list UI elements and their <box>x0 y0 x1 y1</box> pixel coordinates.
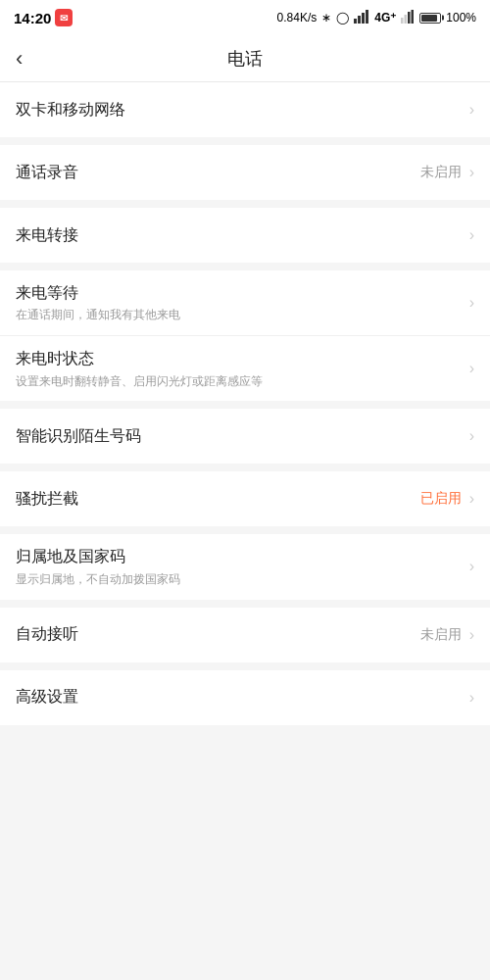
list-item-title-1-0: 通话录音 <box>16 162 420 183</box>
list-group-5: 骚扰拦截已启用› <box>0 471 490 526</box>
chevron-icon-3-1: › <box>469 360 474 377</box>
list-item-title-4-0: 智能识别陌生号码 <box>16 425 466 447</box>
svg-rect-6 <box>408 12 411 24</box>
back-button[interactable]: ‹ <box>16 48 23 70</box>
svg-rect-4 <box>401 18 404 24</box>
list-item-subtitle-3-0: 在通话期间，通知我有其他来电 <box>16 307 466 323</box>
list-item-title-7-0: 自动接听 <box>16 623 420 645</box>
signal2-icon <box>401 10 415 26</box>
list-item-left-5-0: 骚扰拦截 <box>16 476 420 521</box>
list-item-title-3-0: 来电等待 <box>16 282 466 304</box>
bluetooth-icon: ∗ <box>321 11 331 24</box>
list-item-title-5-0: 骚扰拦截 <box>16 488 420 510</box>
list-item-subtitle-6-0: 显示归属地，不自动加拨国家码 <box>16 571 466 588</box>
list-item-title-2-0: 来电转接 <box>16 224 466 246</box>
list-item-right-2-0: › <box>466 226 474 244</box>
chevron-icon-5-0: › <box>469 490 474 508</box>
list-item-left-4-0: 智能识别陌生号码 <box>16 414 466 459</box>
settings-list: 双卡和移动网络›通话录音未启用›来电转接›来电等待在通话期间，通知我有其他来电›… <box>0 82 490 725</box>
list-item-6-0[interactable]: 归属地及国家码显示归属地，不自动加拨国家码› <box>0 534 490 599</box>
list-item-4-0[interactable]: 智能识别陌生号码› <box>0 409 490 464</box>
chevron-icon-1-0: › <box>469 164 474 181</box>
list-group-1: 通话录音未启用› <box>0 145 490 200</box>
list-item-title-6-0: 归属地及国家码 <box>16 546 466 567</box>
list-item-2-0[interactable]: 来电转接› <box>0 208 490 263</box>
list-item-right-4-0: › <box>466 427 474 445</box>
list-group-3: 来电等待在通话期间，通知我有其他来电›来电时状态设置来电时翻转静音、启用闪光灯或… <box>0 270 490 401</box>
notification-icon: ✉ <box>55 9 73 26</box>
list-item-right-7-0: 未启用› <box>420 626 474 644</box>
list-item-0-0[interactable]: 双卡和移动网络› <box>0 82 490 137</box>
list-group-0: 双卡和移动网络› <box>0 82 490 137</box>
list-item-right-8-0: › <box>466 689 474 707</box>
list-group-6: 归属地及国家码显示归属地，不自动加拨国家码› <box>0 534 490 599</box>
list-item-left-7-0: 自动接听 <box>16 612 420 657</box>
network-type: 4G⁺ <box>374 11 396 24</box>
list-item-7-0[interactable]: 自动接听未启用› <box>0 608 490 662</box>
list-item-left-0-0: 双卡和移动网络 <box>16 87 466 132</box>
network-speed: 0.84K/s <box>277 11 318 24</box>
svg-rect-0 <box>354 19 357 24</box>
chevron-icon-4-0: › <box>469 427 474 445</box>
svg-rect-3 <box>366 10 368 24</box>
list-item-right-6-0: › <box>466 558 474 575</box>
battery-percent: 100% <box>446 11 476 24</box>
list-group-7: 自动接听未启用› <box>0 608 490 662</box>
list-item-right-3-1: › <box>466 360 474 377</box>
page-title: 电话 <box>227 47 263 71</box>
status-bar: 14:20 ✉ 0.84K/s ∗ ◯ 4G⁺ <box>0 0 490 35</box>
svg-rect-7 <box>412 10 415 24</box>
status-time: 14:20 <box>14 10 51 26</box>
list-item-status-1-0: 未启用 <box>420 164 462 181</box>
chevron-icon-0-0: › <box>469 101 474 119</box>
list-item-1-0[interactable]: 通话录音未启用› <box>0 145 490 200</box>
svg-rect-5 <box>405 15 408 24</box>
list-item-right-0-0: › <box>466 101 474 119</box>
list-item-left-3-0: 来电等待在通话期间，通知我有其他来电 <box>16 270 466 335</box>
list-item-left-6-0: 归属地及国家码显示归属地，不自动加拨国家码 <box>16 534 466 599</box>
status-right: 0.84K/s ∗ ◯ 4G⁺ 100% <box>277 10 476 26</box>
list-item-status-5-0: 已启用 <box>420 490 462 508</box>
svg-rect-1 <box>358 16 361 24</box>
chevron-icon-6-0: › <box>469 558 474 575</box>
signal-icon <box>354 10 369 26</box>
chevron-icon-3-0: › <box>469 294 474 312</box>
svg-rect-2 <box>362 13 365 24</box>
chevron-icon-7-0: › <box>469 626 474 644</box>
list-item-status-7-0: 未启用 <box>420 626 462 644</box>
header: ‹ 电话 <box>0 35 490 82</box>
status-left: 14:20 ✉ <box>14 9 73 26</box>
list-item-left-8-0: 高级设置 <box>16 674 466 719</box>
alarm-icon: ◯ <box>336 11 349 24</box>
list-item-3-0[interactable]: 来电等待在通话期间，通知我有其他来电› <box>0 270 490 336</box>
list-item-title-0-0: 双卡和移动网络 <box>16 99 466 121</box>
list-item-right-3-0: › <box>466 294 474 312</box>
battery-indicator <box>419 13 441 24</box>
list-item-5-0[interactable]: 骚扰拦截已启用› <box>0 471 490 526</box>
chevron-icon-8-0: › <box>469 689 474 707</box>
list-item-right-1-0: 未启用› <box>420 164 474 181</box>
list-group-4: 智能识别陌生号码› <box>0 409 490 464</box>
list-group-2: 来电转接› <box>0 208 490 263</box>
list-item-title-8-0: 高级设置 <box>16 686 466 708</box>
list-item-title-3-1: 来电时状态 <box>16 348 466 369</box>
list-item-8-0[interactable]: 高级设置› <box>0 670 490 725</box>
list-item-left-1-0: 通话录音 <box>16 150 420 195</box>
list-item-subtitle-3-1: 设置来电时翻转静音、启用闪光灯或距离感应等 <box>16 373 466 390</box>
list-item-3-1[interactable]: 来电时状态设置来电时翻转静音、启用闪光灯或距离感应等› <box>0 336 490 401</box>
list-item-right-5-0: 已启用› <box>420 490 474 508</box>
chevron-icon-2-0: › <box>469 226 474 244</box>
list-group-8: 高级设置› <box>0 670 490 725</box>
list-item-left-3-1: 来电时状态设置来电时翻转静音、启用闪光灯或距离感应等 <box>16 336 466 401</box>
list-item-left-2-0: 来电转接 <box>16 213 466 258</box>
